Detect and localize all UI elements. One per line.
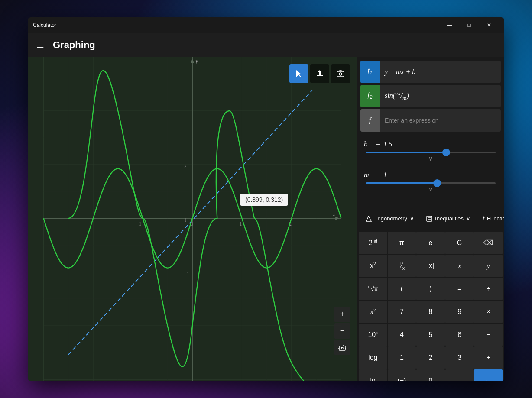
maximize-button[interactable]: □ [459, 18, 479, 32]
graph-toolbar [289, 64, 350, 83]
slider-m-thumb[interactable] [433, 179, 441, 187]
svg-point-40 [260, 197, 263, 200]
zoom-fit-button[interactable] [334, 340, 350, 355]
calc-power[interactable]: xy [359, 301, 387, 323]
calc-x[interactable]: x [445, 255, 474, 277]
hamburger-icon[interactable]: ☰ [35, 38, 46, 52]
slider-m-fill [366, 182, 437, 184]
calc-enter[interactable]: ← [474, 369, 503, 381]
app-header: ☰ Graphing [28, 33, 504, 57]
calc-negate[interactable]: (−) [388, 369, 416, 381]
calc-6[interactable]: 6 [445, 324, 474, 346]
function-1-tab: f1 [360, 61, 380, 83]
calc-9[interactable]: 9 [445, 301, 474, 323]
slider-b-label: b = 1.5 [364, 140, 497, 148]
calc-y[interactable]: y [474, 255, 503, 277]
function-item-3[interactable]: f Enter an expression [360, 109, 501, 132]
bottom-toolbar: Trigonometry ∨ Inequalities ∨ f Function… [357, 207, 504, 230]
function-2-tab: f2 [360, 85, 380, 107]
functions-list: f1 y = mx + b f2 sin(πx/m) [357, 57, 504, 135]
calc-multiply[interactable]: × [474, 301, 503, 323]
function-button[interactable]: f Function ∨ [477, 211, 504, 227]
calc-rparen[interactable]: ) [416, 278, 445, 300]
calc-decimal[interactable]: . [445, 369, 474, 381]
calc-7[interactable]: 7 [388, 301, 416, 323]
svg-text:−1: −1 [136, 221, 141, 227]
svg-marker-46 [366, 216, 371, 221]
svg-rect-42 [337, 71, 344, 77]
slider-b-fill [366, 152, 446, 153]
svg-text:−1: −1 [184, 271, 189, 276]
svg-rect-47 [427, 216, 432, 221]
page-title: Graphing [53, 39, 95, 51]
svg-rect-44 [339, 346, 345, 350]
calc-8[interactable]: 8 [416, 301, 445, 323]
svg-text:y: y [195, 58, 198, 64]
calc-second[interactable]: 2nd [359, 232, 387, 254]
calc-x2[interactable]: x2 [359, 255, 387, 277]
calc-1[interactable]: 1 [388, 346, 416, 369]
calc-5[interactable]: 5 [416, 324, 445, 346]
svg-point-45 [341, 347, 343, 349]
calc-4[interactable]: 4 [388, 324, 416, 346]
app-title-bar: Calculator [33, 22, 56, 28]
graph-svg: y x 2 1 −1 −1 0 1 2 [28, 57, 357, 381]
function-3-tab: f [360, 109, 380, 132]
calc-equals[interactable]: = [445, 278, 474, 300]
slider-b-thumb[interactable] [442, 149, 450, 156]
share-button[interactable] [310, 64, 329, 83]
calc-clear[interactable]: C [445, 232, 474, 254]
slider-m-track[interactable] [366, 182, 496, 184]
zoom-in-button[interactable]: + [334, 307, 350, 322]
calc-2[interactable]: 2 [416, 346, 445, 369]
calc-backspace[interactable]: ⌫ [474, 232, 503, 254]
zoom-out-button[interactable]: − [334, 323, 350, 339]
calc-nroot[interactable]: n√x [359, 278, 387, 300]
slider-b-row: b = 1.5 ∨ [364, 140, 497, 164]
minimize-button[interactable]: — [439, 18, 459, 32]
svg-point-43 [339, 73, 342, 75]
calc-abs[interactable]: |x| [416, 255, 445, 277]
titlebar: Calculator — □ ✕ [28, 17, 504, 33]
function-1-expression: y = mx + b [380, 68, 501, 76]
svg-text:2: 2 [184, 163, 187, 168]
svg-rect-41 [317, 75, 323, 76]
calc-e[interactable]: e [416, 232, 445, 254]
slider-b-track[interactable] [366, 152, 496, 153]
function-2-expression: sin(πx/m) [380, 90, 501, 102]
app-window: Calculator — □ ✕ ☰ Graphing [28, 17, 504, 381]
calc-add[interactable]: + [474, 346, 503, 369]
trigonometry-button[interactable]: Trigonometry ∨ [360, 211, 419, 227]
slider-m-row: m = 1 ∨ [364, 171, 497, 195]
calc-lparen[interactable]: ( [388, 278, 416, 300]
calc-10x[interactable]: 10x [359, 324, 387, 346]
svg-text:x: x [332, 211, 335, 217]
svg-text:1: 1 [184, 217, 187, 222]
calc-ln[interactable]: ln [359, 369, 387, 381]
titlebar-controls: — □ ✕ [439, 18, 499, 32]
calc-subtract[interactable]: − [474, 324, 503, 346]
zoom-controls: + − [334, 307, 350, 355]
slider-b-chevron[interactable]: ∨ [364, 153, 497, 164]
calc-3[interactable]: 3 [445, 346, 474, 369]
right-panel: f1 y = mx + b f2 sin(πx/m) [357, 57, 504, 381]
svg-text:1: 1 [240, 221, 242, 227]
function-3-placeholder: Enter an expression [380, 117, 501, 124]
function-item-1[interactable]: f1 y = mx + b [360, 61, 501, 83]
slider-m-chevron[interactable]: ∨ [364, 184, 497, 195]
calculator-grid: 2nd π e C ⌫ x2 1⁄x |x| x y n√x ( ) = ÷ x… [357, 230, 504, 381]
select-tool-button[interactable] [289, 64, 308, 83]
camera-button[interactable] [331, 64, 350, 83]
main-content: y x 2 1 −1 −1 0 1 2 [28, 57, 504, 381]
function-item-2[interactable]: f2 sin(πx/m) [360, 85, 501, 107]
calc-0[interactable]: 0 [416, 369, 445, 381]
close-button[interactable]: ✕ [479, 18, 499, 32]
calc-pi[interactable]: π [388, 232, 416, 254]
calc-recip[interactable]: 1⁄x [388, 255, 416, 277]
sliders-section: b = 1.5 ∨ m = 1 [357, 135, 504, 207]
calc-divide[interactable]: ÷ [474, 278, 503, 300]
slider-m-label: m = 1 [364, 171, 497, 179]
calc-log[interactable]: log [359, 346, 387, 369]
graph-area: y x 2 1 −1 −1 0 1 2 [28, 57, 357, 381]
inequalities-button[interactable]: Inequalities ∨ [421, 211, 476, 227]
